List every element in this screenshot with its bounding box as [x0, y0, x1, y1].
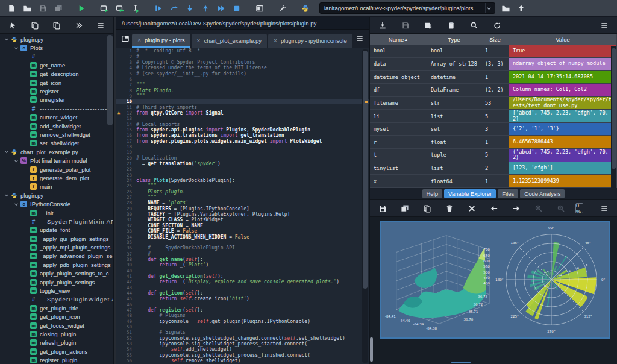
code-line[interactable]: 55 ipyconsole.sig_shellwidget_process_fi…: [116, 353, 369, 358]
chevron-down-icon[interactable]: [4, 36, 10, 42]
code-line[interactable]: 5# (see spyder/__init__.py for details): [116, 71, 369, 76]
chevron-down-icon[interactable]: [4, 192, 10, 198]
table-row[interactable]: ttuple5('abcd', 745, 2.23, 'efgh', 70.2): [370, 149, 617, 162]
code-line[interactable]: 40: [116, 268, 369, 273]
outline-item[interactable]: fmain: [0, 183, 113, 191]
code-line[interactable]: 54 self.add_shellwidget): [116, 347, 369, 352]
code-line[interactable]: 53 ipyconsole.sig_shellwidget_process_st…: [116, 341, 369, 347]
step-into-icon[interactable]: [182, 2, 198, 15]
plots-hscrollbar-thumb[interactable]: [451, 362, 471, 363]
cell-value[interactable]: /Users/Documents/spyder/spyder/tests/tes…: [509, 97, 617, 110]
outline-item[interactable]: mapply_plugin_settings_to_c: [0, 269, 113, 278]
options-menu-icon[interactable]: [93, 19, 108, 32]
run-selection-icon[interactable]: [128, 2, 143, 15]
preferences-icon[interactable]: [275, 2, 290, 15]
code-line[interactable]: 56 self.remove_shellwidget): [116, 358, 369, 363]
code-line[interactable]: 12▲from qtpy.QtCore import Signal: [116, 110, 369, 116]
code-line[interactable]: 31 WIDGET_CLASS = PlotsWidget: [116, 217, 369, 222]
close-icon[interactable]: ×: [274, 37, 277, 44]
outline-item[interactable]: mcurrent_widget: [0, 113, 113, 122]
chevron-down-icon[interactable]: [13, 45, 19, 51]
pane-tab-code-analysis[interactable]: Code Analysis: [520, 189, 565, 198]
remove-plot-icon[interactable]: [442, 202, 457, 215]
browse-working-directory-icon[interactable]: [498, 2, 513, 15]
cell-value[interactable]: [123, 'efgh']: [509, 162, 617, 175]
outline-item[interactable]: cPlots: [0, 43, 113, 52]
browse-tabs-icon[interactable]: [118, 32, 132, 45]
outline-item[interactable]: #-- SpyderPluginMixin API -: [0, 217, 113, 225]
save-all-plots-icon[interactable]: [397, 202, 413, 215]
outline-item[interactable]: chart_plot_example.py: [0, 148, 113, 156]
editor-scrollbar-thumb[interactable]: [363, 51, 368, 289]
outline-item[interactable]: %Plot final terrain model: [0, 156, 113, 165]
cell-value[interactable]: Column names: Col1, Col2: [509, 84, 617, 96]
code-line[interactable]: 9""": [116, 93, 369, 99]
outline-item[interactable]: m_apply_gui_plugin_settings: [0, 234, 113, 243]
code-line[interactable]: 34 DISABLE_ACTIONS_WHEN_HIDDEN = False: [116, 234, 369, 239]
outline-item[interactable]: mset_shellwidget: [0, 139, 113, 148]
table-row[interactable]: dataArray of str128(3, 3)ndarray object …: [370, 58, 617, 71]
run-cell-advance-icon[interactable]: [112, 2, 128, 15]
code-line[interactable]: 20# Localization: [116, 155, 369, 161]
table-row[interactable]: datetime_objectdatetime12021-04-14 17:35…: [370, 71, 617, 84]
code-line[interactable]: 46: [116, 301, 369, 307]
table-row[interactable]: mysetset3{'2', '1', '3'}: [370, 123, 617, 136]
step-return-icon[interactable]: [198, 2, 213, 15]
table-row[interactable]: tinylistlist2[123, 'efgh']: [370, 162, 617, 175]
code-line[interactable]: 43: [116, 284, 369, 290]
column-header-type[interactable]: Type: [427, 34, 481, 45]
outline-item[interactable]: cIPythonConsole: [0, 199, 113, 208]
outline-item[interactable]: m_apply_pdb_plugin_settings: [0, 260, 113, 269]
cell-value[interactable]: ['abcd', 745, 2.23, 'efgh', 70.2]: [509, 110, 617, 122]
python-environment-icon[interactable]: [298, 2, 313, 15]
save-data-as-icon[interactable]: [421, 19, 436, 32]
code-line[interactable]: 45 return self.create_icon('hist'): [116, 296, 369, 301]
outline-item[interactable]: mget_description: [0, 70, 113, 78]
outline-item[interactable]: mapply_plugin_settings: [0, 278, 113, 286]
editor-scrollbar[interactable]: [362, 49, 368, 363]
code-line[interactable]: 14# Local imports: [116, 121, 369, 127]
continue-execution-icon[interactable]: [213, 2, 229, 15]
code-line[interactable]: 42 return _('Display, explore and save c…: [116, 279, 369, 284]
outline-item[interactable]: mregister_plugin: [0, 356, 113, 364]
table-row[interactable]: filenamestr53/Users/Documents/spyder/spy…: [370, 97, 617, 110]
cell-value[interactable]: 6.46567886443: [509, 136, 617, 148]
outline-item[interactable]: mtoggle_view: [0, 286, 113, 295]
run-cell-icon[interactable]: [96, 2, 112, 15]
figure[interactable]: 70065060055050045040036.7336.7236.7136.7…: [380, 221, 610, 339]
close-icon[interactable]: ×: [197, 37, 201, 44]
code-line[interactable]: 11# Third party imports: [116, 104, 369, 110]
code-line[interactable]: 37 # -----------------------------------…: [116, 251, 369, 256]
close-icon[interactable]: ×: [137, 37, 141, 43]
code-line[interactable]: 41 def get_description(self):: [116, 274, 369, 279]
column-header-name[interactable]: Name ▲: [370, 34, 427, 45]
code-line[interactable]: 32 CONF_SECTION = NAME: [116, 223, 369, 228]
code-line[interactable]: 29 REQUIRES = [Plugins.IPythonConsole]: [116, 206, 369, 212]
code-line[interactable]: 35: [116, 240, 369, 245]
outline-item[interactable]: madd_shellwidget: [0, 122, 113, 130]
outline-item[interactable]: fgenerate_polar_plot: [0, 165, 113, 174]
remove-all-plots-icon[interactable]: [464, 202, 480, 215]
cell-value[interactable]: True: [509, 45, 617, 57]
code-line[interactable]: 22: [116, 166, 369, 172]
pane-tab-files[interactable]: Files: [498, 189, 518, 198]
code-line[interactable]: 16from spyder.api.translations import ge…: [116, 133, 369, 138]
outline-item[interactable]: mget_plugin_icon: [0, 313, 113, 321]
code-line[interactable]: 15from spyder.api.plugins import Plugins…: [116, 127, 369, 133]
chevron-down-icon[interactable]: [4, 149, 10, 155]
outline-item[interactable]: fgenerate_dem_plot: [0, 174, 113, 182]
table-scrollbar[interactable]: [611, 46, 616, 188]
code-line[interactable]: 18: [116, 144, 369, 149]
table-row[interactable]: lilist5['abcd', 745, 2.23, 'efgh', 70.2]: [370, 110, 617, 123]
outline-item[interactable]: plugin.py: [0, 35, 113, 43]
collapse-all-icon[interactable]: [27, 19, 43, 32]
outline-item[interactable]: mupdate_font: [0, 226, 113, 234]
outline-item[interactable]: mremove_shellwidget: [0, 130, 113, 139]
code-line[interactable]: 21_ = get_translation('spyder'): [116, 161, 369, 166]
previous-plot-icon[interactable]: [486, 202, 502, 215]
code-line[interactable]: 44 def get_icon(self):: [116, 290, 369, 296]
table-header[interactable]: Name ▲TypeSizeValue: [370, 34, 617, 45]
pane-tab-help[interactable]: Help: [422, 189, 443, 198]
variable-explorer-options-icon[interactable]: [597, 19, 612, 32]
parent-directory-icon[interactable]: [513, 2, 529, 15]
